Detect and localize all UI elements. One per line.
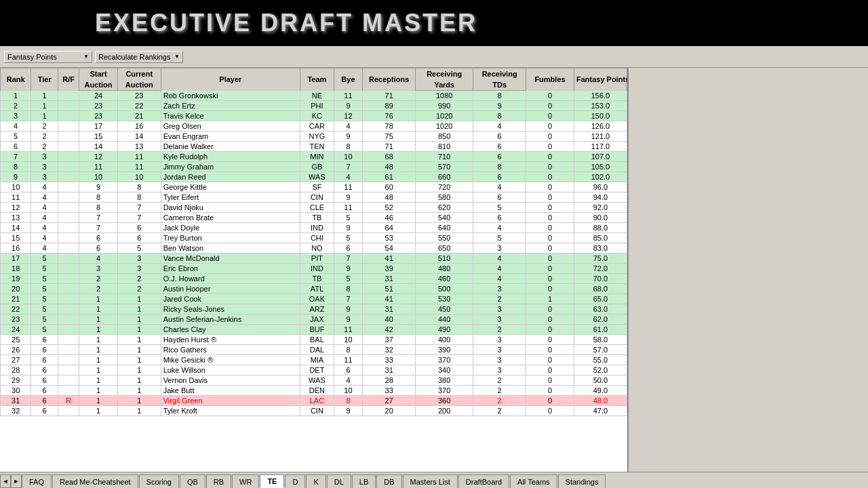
cell-player: Vernon Davis bbox=[161, 375, 300, 386]
cell-current-auction: 6 bbox=[117, 233, 161, 243]
table-row[interactable]: 14 4 7 6 Jack Doyle IND 9 64 640 4 0 88.… bbox=[1, 223, 627, 233]
tab-lb[interactable]: LB bbox=[352, 474, 376, 488]
cell-tier: 5 bbox=[31, 253, 58, 264]
cell-rec-tds: 2 bbox=[473, 294, 526, 304]
cell-fp: 48.0 bbox=[574, 396, 627, 406]
tab-qb[interactable]: QB bbox=[180, 474, 205, 488]
tab-te[interactable]: TE bbox=[260, 474, 284, 488]
table-row[interactable]: 18 5 3 3 Eric Ebron IND 9 39 480 4 0 72.… bbox=[1, 264, 627, 274]
cell-rf bbox=[58, 304, 79, 314]
table-row[interactable]: 25 6 1 1 Hayden Hurst ® BAL 10 37 400 3 … bbox=[1, 335, 627, 345]
cell-current-auction: 14 bbox=[117, 131, 161, 142]
cell-start-auction: 1 bbox=[79, 294, 118, 304]
table-row[interactable]: 8 3 11 11 Jimmy Graham GB 7 48 570 8 0 1… bbox=[1, 162, 627, 172]
tab-db[interactable]: DB bbox=[376, 474, 401, 488]
cell-rank: 26 bbox=[1, 345, 31, 355]
cell-start-auction: 4 bbox=[79, 253, 118, 264]
app-container: EXECUTIVE DRAFT MASTER Fantasy Points ▼ … bbox=[0, 0, 868, 488]
table-row[interactable]: 15 4 6 6 Trey Burton CHI 5 53 550 5 0 85… bbox=[1, 233, 627, 243]
cell-fp: 107.0 bbox=[574, 152, 627, 162]
table-row[interactable]: 9 3 10 10 Jordan Reed WAS 4 61 660 6 0 1… bbox=[1, 172, 627, 182]
tab-draftboard[interactable]: DraftBoard bbox=[458, 474, 509, 488]
table-row[interactable]: 1 1 24 23 Rob Gronkowski NE 11 71 1080 8… bbox=[1, 91, 627, 101]
table-row[interactable]: 21 5 1 1 Jared Cook OAK 7 41 530 2 1 65.… bbox=[1, 294, 627, 304]
cell-team: DAL bbox=[300, 345, 334, 355]
cell-fp: 92.0 bbox=[574, 203, 627, 213]
table-row[interactable]: 24 5 1 1 Charles Clay BUF 11 42 490 2 0 … bbox=[1, 325, 627, 335]
cell-rec-tds: 4 bbox=[473, 253, 526, 264]
tab-faq[interactable]: FAQ bbox=[22, 474, 52, 488]
cell-receptions: 89 bbox=[363, 101, 416, 111]
cell-rec-tds: 3 bbox=[473, 314, 526, 325]
fantasy-points-dropdown[interactable]: Fantasy Points ▼ bbox=[4, 51, 92, 63]
table-row[interactable]: 20 5 2 2 Austin Hooper ATL 8 51 500 3 0 … bbox=[1, 284, 627, 294]
tab-k[interactable]: K bbox=[306, 474, 326, 488]
table-row[interactable]: 16 4 6 5 Ben Watson NO 6 54 650 3 0 83.0 bbox=[1, 243, 627, 253]
cell-rf bbox=[58, 355, 79, 365]
cell-receptions: 48 bbox=[363, 162, 416, 172]
tab-wr[interactable]: WR bbox=[232, 474, 259, 488]
table-row[interactable]: 19 5 2 2 O.J. Howard TB 5 31 460 4 0 70.… bbox=[1, 274, 627, 284]
cell-tier: 3 bbox=[31, 172, 58, 182]
cell-rf bbox=[58, 172, 79, 182]
tab-masters-list[interactable]: Masters List bbox=[403, 474, 458, 488]
table-row[interactable]: 26 6 1 1 Rico Gathers DAL 8 32 390 3 0 5… bbox=[1, 345, 627, 355]
cell-player: Kyle Rudolph bbox=[161, 152, 300, 162]
cell-rf bbox=[58, 335, 79, 345]
cell-receptions: 42 bbox=[363, 325, 416, 335]
tab-dl[interactable]: DL bbox=[327, 474, 351, 488]
table-row[interactable]: 11 4 8 8 Tyler Eifert CIN 9 48 580 6 0 9… bbox=[1, 192, 627, 203]
table-row[interactable]: 2 1 23 22 Zach Ertz PHI 9 89 990 9 0 153… bbox=[1, 101, 627, 111]
table-row[interactable]: 7 3 12 11 Kyle Rudolph MIN 10 68 710 6 0… bbox=[1, 152, 627, 162]
table-row[interactable]: 30 6 1 1 Jake Butt DEN 10 33 370 2 0 49.… bbox=[1, 386, 627, 396]
table-row[interactable]: 6 2 14 13 Delanie Walker TEN 8 71 810 6 … bbox=[1, 142, 627, 152]
table-row[interactable]: 32 6 1 1 Tyler Kroft CIN 9 20 200 2 0 47… bbox=[1, 406, 627, 416]
cell-fp: 58.0 bbox=[574, 335, 627, 345]
cell-team: WAS bbox=[300, 375, 334, 386]
spreadsheet-area[interactable]: Rank Tier R/F Start Current Player Team … bbox=[0, 68, 627, 472]
cell-fumbles: 0 bbox=[526, 142, 574, 152]
cell-rf bbox=[58, 152, 79, 162]
table-row[interactable]: 27 6 1 1 Mike Gesicki ® MIA 11 33 370 3 … bbox=[1, 355, 627, 365]
cell-receptions: 54 bbox=[363, 243, 416, 253]
cell-rf bbox=[58, 142, 79, 152]
cell-rf bbox=[58, 203, 79, 213]
tab-d[interactable]: D bbox=[285, 474, 305, 488]
table-row[interactable]: 22 5 1 1 Ricky Seals-Jones ARZ 9 31 450 … bbox=[1, 304, 627, 314]
tab-all-teams[interactable]: All Teams bbox=[510, 474, 557, 488]
tab-rb[interactable]: RB bbox=[206, 474, 231, 488]
cell-rf bbox=[58, 101, 79, 111]
toolbar: Fantasy Points ▼ Recalculate Rankings ▼ bbox=[0, 46, 868, 68]
cell-receptions: 41 bbox=[363, 294, 416, 304]
table-row[interactable]: 28 6 1 1 Luke Willson DET 6 31 340 3 0 5… bbox=[1, 365, 627, 375]
recalculate-dropdown[interactable]: Recalculate Rankings ▼ bbox=[95, 51, 183, 63]
table-row[interactable]: 4 2 17 16 Greg Olsen CAR 4 78 1020 4 0 1… bbox=[1, 121, 627, 131]
cell-fp: 153.0 bbox=[574, 101, 627, 111]
cell-tier: 6 bbox=[31, 406, 58, 416]
table-row[interactable]: 12 4 8 7 David Njoku CLE 11 52 620 5 0 9… bbox=[1, 203, 627, 213]
tab-read-me-cheatsheet[interactable]: Read Me-Cheatsheet bbox=[52, 474, 138, 488]
cell-player: Tyler Kroft bbox=[161, 406, 300, 416]
cell-tier: 1 bbox=[31, 91, 58, 101]
table-row[interactable]: 13 4 7 7 Cameron Brate TB 5 46 540 6 0 9… bbox=[1, 213, 627, 223]
tab-nav-next[interactable]: ► bbox=[11, 474, 22, 488]
table-row[interactable]: 23 5 1 1 Austin Seferian-Jenkins JAX 9 4… bbox=[1, 314, 627, 325]
cell-rf bbox=[58, 284, 79, 294]
table-row[interactable]: 29 6 1 1 Vernon Davis WAS 4 28 380 2 0 5… bbox=[1, 375, 627, 386]
table-row[interactable]: 10 4 9 8 George Kittle SF 11 60 720 4 0 … bbox=[1, 182, 627, 192]
cell-rank: 12 bbox=[1, 203, 31, 213]
cell-start-auction: 1 bbox=[79, 396, 118, 406]
tab-scoring[interactable]: Scoring bbox=[139, 474, 179, 488]
tab-nav-prev[interactable]: ◄ bbox=[0, 474, 11, 488]
cell-rank: 24 bbox=[1, 325, 31, 335]
cell-fumbles: 0 bbox=[526, 264, 574, 274]
cell-team: NYG bbox=[300, 131, 334, 142]
col-bye: Bye bbox=[334, 68, 363, 91]
cell-rec-yards: 1080 bbox=[416, 91, 473, 101]
table-row[interactable]: 3 1 23 21 Travis Kelce KC 12 76 1020 8 0… bbox=[1, 111, 627, 121]
table-row[interactable]: 5 2 15 14 Evan Engram NYG 9 75 850 6 0 1… bbox=[1, 131, 627, 142]
table-row[interactable]: 17 5 4 3 Vance McDonald PIT 7 41 510 4 0… bbox=[1, 253, 627, 264]
tab-standings[interactable]: Standings bbox=[558, 474, 606, 488]
table-row[interactable]: 31 6 R 1 1 Virgil Green LAC 8 27 360 2 0… bbox=[1, 396, 627, 406]
cell-fp: 96.0 bbox=[574, 182, 627, 192]
